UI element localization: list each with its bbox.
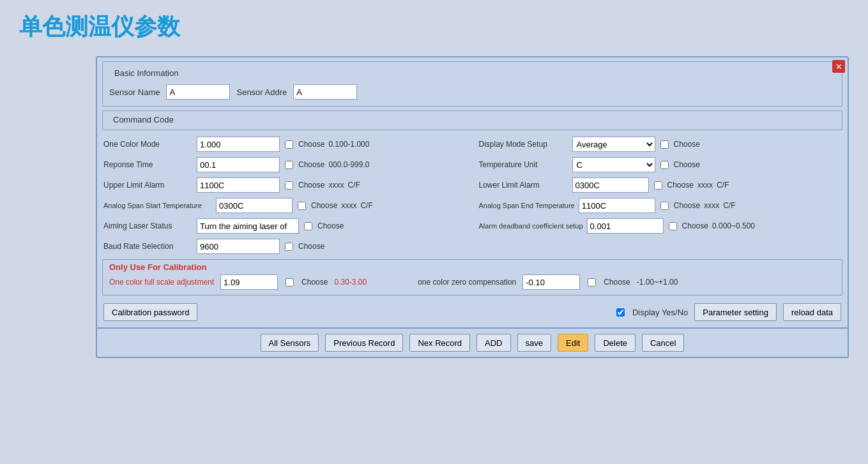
zero-comp-checkbox[interactable] (588, 278, 596, 287)
alarm-deadband-input[interactable] (587, 218, 664, 234)
page-title: 单色测温仪参数 (0, 0, 868, 54)
analog-span-start-input[interactable] (216, 198, 293, 213)
upper-limit-alarm-row: Upper Limit Alarm Choose xxxx C/F (103, 177, 466, 193)
display-mode-label: Display Mode Setup (479, 140, 568, 149)
all-sensors-button[interactable]: All Sensors (261, 334, 319, 352)
calibration-title: Only Use For Calibration (109, 262, 835, 272)
reload-data-button[interactable]: reload data (783, 303, 841, 321)
lower-limit-alarm-range: xxxx (697, 181, 713, 190)
zero-comp-input[interactable] (522, 274, 580, 290)
temp-unit-select[interactable]: C F (572, 157, 655, 172)
calibration-password-button[interactable]: Calibration password (103, 303, 197, 321)
footer-bar: All Sensors Previous Record Nex Record A… (97, 327, 848, 357)
lower-limit-alarm-label: Lower Limit Alarm (479, 181, 568, 190)
sensor-name-input[interactable] (166, 84, 230, 100)
display-mode-select[interactable]: Average Peak Valley (572, 137, 655, 152)
upper-limit-alarm-input[interactable] (197, 177, 280, 193)
lower-limit-alarm-row: Lower Limit Alarm Choose xxxx C/F (479, 177, 842, 193)
zero-comp-choose: Choose (604, 278, 630, 287)
analog-span-start-checkbox[interactable] (298, 202, 306, 210)
upper-limit-alarm-label: Upper Limit Alarm (103, 181, 193, 190)
edit-button[interactable]: Edit (558, 334, 588, 352)
aiming-laser-row: Aiming Laser Status Choose (103, 218, 466, 234)
analog-span-end-row: Analog Span End Temperature Choose xxxx … (479, 198, 842, 213)
parameter-setting-button[interactable]: Parameter setting (694, 303, 777, 321)
response-time-choose: Choose (298, 160, 324, 169)
response-time-label: Reponse Time (103, 160, 193, 169)
baud-rate-choose: Choose (298, 242, 324, 251)
lower-limit-alarm-input[interactable] (572, 177, 649, 193)
one-color-mode-range: 0.100-1.000 (328, 140, 369, 149)
analog-span-end-checkbox[interactable] (660, 202, 669, 210)
alarm-deadband-range: 0.000~0.500 (712, 221, 755, 230)
one-color-mode-choose: Choose (298, 140, 324, 149)
main-dialog: ✕ Basic Information Sensor Name Sensor A… (96, 56, 849, 358)
delete-button[interactable]: Delete (595, 334, 636, 352)
analog-span-end-input[interactable] (579, 198, 655, 213)
command-code-label: Command Code (108, 112, 837, 126)
analog-span-end-choose: Choose (674, 201, 700, 210)
temp-unit-checkbox[interactable] (660, 161, 669, 169)
sensor-addr-input[interactable] (293, 84, 357, 100)
response-time-input[interactable] (197, 157, 280, 172)
full-scale-input[interactable] (220, 274, 278, 290)
response-time-checkbox[interactable] (285, 161, 293, 169)
aiming-laser-input[interactable] (197, 218, 299, 234)
analog-span-end-label: Analog Span End Temperature (479, 202, 575, 209)
temp-unit-row: Temperature Unit C F Choose (479, 157, 842, 172)
full-scale-checkbox[interactable] (286, 278, 294, 287)
one-color-mode-checkbox[interactable] (285, 140, 293, 149)
aiming-laser-choose: Choose (317, 221, 344, 230)
alarm-deadband-checkbox[interactable] (669, 222, 677, 230)
cancel-button[interactable]: Cancel (642, 334, 684, 352)
baud-rate-label: Baud Rate Selection (103, 242, 193, 251)
analog-span-start-label: Analog Span Start Temperature (103, 202, 212, 209)
zero-comp-label: one color zero compensation (418, 278, 516, 287)
bottom-actions: Calibration password Display Yes/No Para… (97, 298, 848, 325)
params-grid: One Color Mode Choose 0.100-1.000 Repons… (97, 134, 848, 257)
display-yes-no-checkbox[interactable] (616, 308, 625, 317)
analog-span-start-choose: Choose (311, 201, 337, 210)
next-record-button[interactable]: Nex Record (409, 334, 470, 352)
alarm-deadband-row: Alarm deadband coefficient setup Choose … (479, 218, 842, 234)
alarm-deadband-label: Alarm deadband coefficient setup (479, 222, 583, 230)
display-mode-row: Display Mode Setup Average Peak Valley C… (479, 137, 842, 152)
display-mode-choose: Choose (674, 140, 700, 149)
lower-limit-alarm-unit: C/F (717, 181, 729, 190)
previous-record-button[interactable]: Previous Record (325, 334, 403, 352)
display-mode-checkbox[interactable] (660, 140, 669, 149)
upper-limit-alarm-checkbox[interactable] (285, 181, 293, 190)
calibration-row: One color full scale adjustment Choose 0… (109, 274, 835, 290)
aiming-laser-checkbox[interactable] (304, 222, 312, 230)
close-button[interactable]: ✕ (832, 60, 845, 73)
zero-comp-range: -1.00~+1.00 (637, 278, 678, 287)
temp-unit-choose: Choose (674, 160, 700, 169)
baud-rate-input[interactable] (197, 239, 280, 254)
aiming-laser-label: Aiming Laser Status (103, 221, 193, 230)
one-color-mode-input[interactable] (197, 137, 280, 152)
full-scale-range: 0.30-3.00 (334, 278, 367, 287)
sensor-info-row: Sensor Name Sensor Addre (109, 82, 835, 102)
full-scale-label: One color full scale adjustment (109, 278, 214, 287)
analog-span-start-range: xxxx (341, 201, 356, 210)
sensor-addr-label: Sensor Addre (236, 87, 287, 97)
analog-span-start-unit: C/F (360, 201, 372, 210)
save-button[interactable]: save (517, 334, 551, 352)
calibration-section: Only Use For Calibration One color full … (102, 259, 842, 296)
alarm-deadband-choose: Choose (682, 221, 708, 230)
add-button[interactable]: ADD (476, 334, 510, 352)
temp-unit-label: Temperature Unit (479, 160, 568, 169)
baud-rate-checkbox[interactable] (285, 243, 293, 251)
upper-limit-alarm-choose: Choose (298, 181, 324, 190)
analog-span-end-unit: C/F (723, 201, 735, 210)
response-time-row: Reponse Time Choose 000.0-999.0 (103, 157, 466, 172)
sensor-name-label: Sensor Name (109, 87, 160, 97)
one-color-mode-row: One Color Mode Choose 0.100-1.000 (103, 137, 466, 152)
response-time-range: 000.0-999.0 (328, 160, 369, 169)
bottom-right: Display Yes/No Parameter setting reload … (615, 303, 841, 321)
lower-limit-alarm-checkbox[interactable] (654, 181, 662, 190)
analog-span-end-range: xxxx (704, 201, 719, 210)
one-color-mode-label: One Color Mode (103, 140, 193, 149)
upper-limit-alarm-unit: C/F (347, 181, 360, 190)
full-scale-choose: Choose (301, 278, 328, 287)
